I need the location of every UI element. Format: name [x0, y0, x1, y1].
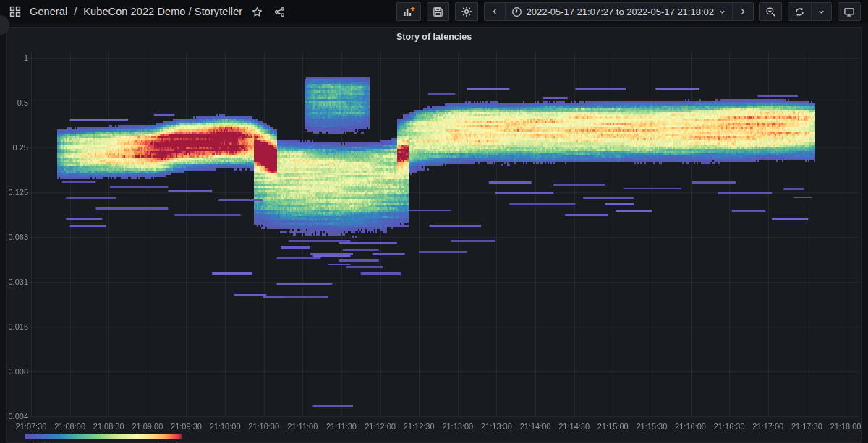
x-tick-label: 21:14:00	[520, 422, 551, 431]
y-tick-label: 0.25	[8, 143, 28, 152]
y-tick-label: 0.031	[8, 278, 28, 286]
x-tick-label: 21:14:30	[558, 422, 590, 431]
x-tick-label: 21:08:00	[54, 422, 85, 431]
y-tick-label: 0.008	[8, 367, 28, 376]
share-icon[interactable]	[271, 4, 287, 20]
x-tick-label: 21:15:00	[597, 422, 629, 431]
y-tick-label: 0.004	[8, 412, 28, 421]
y-tick-label: 0.063	[8, 233, 28, 241]
x-tick-label: 21:13:30	[481, 422, 512, 431]
y-tick-label: 0.016	[8, 322, 28, 331]
legend-min-value: 0.0342	[25, 440, 49, 443]
y-tick-label: 1	[8, 53, 28, 62]
x-tick-label: 21:17:30	[791, 422, 822, 431]
x-tick-label: 21:10:00	[210, 422, 241, 431]
breadcrumb-separator: /	[74, 6, 77, 17]
time-range-forward-button[interactable]	[732, 3, 753, 20]
breadcrumb-folder[interactable]: General	[30, 6, 67, 17]
x-tick-label: 21:07:30	[16, 422, 47, 431]
x-tick-label: 21:13:00	[442, 422, 473, 431]
star-icon[interactable]	[249, 4, 265, 20]
x-tick-label: 21:16:30	[714, 422, 745, 431]
refresh-button[interactable]	[788, 3, 811, 20]
time-range-label: 2022-05-17 21:07:27 to 2022-05-17 21:18:…	[527, 7, 715, 17]
latency-heatmap-canvas[interactable]	[7, 28, 862, 443]
x-tick-label: 21:09:00	[132, 422, 163, 431]
color-scale-legend	[25, 434, 182, 439]
y-tick-label: 0.125	[8, 188, 28, 197]
x-tick-label: 21:18:00	[830, 422, 861, 431]
legend-max-value: 8.62	[160, 440, 175, 443]
x-tick-label: 21:11:00	[287, 422, 318, 431]
x-tick-label: 21:11:30	[326, 422, 357, 431]
dashboard-grid-icon[interactable]	[7, 4, 23, 20]
x-tick-label: 21:09:30	[171, 422, 202, 431]
panel-title[interactable]: Story of latencies	[7, 32, 861, 42]
x-tick-label: 21:15:30	[636, 422, 667, 431]
zoom-out-button[interactable]	[760, 2, 782, 21]
top-nav-bar: General / KubeCon 2022 Demo / Storytelle…	[0, 0, 868, 23]
x-tick-label: 21:10:30	[248, 422, 279, 431]
chevron-down-icon	[718, 8, 726, 16]
add-panel-button[interactable]	[396, 2, 421, 21]
x-tick-label: 21:12:30	[404, 422, 435, 431]
refresh-group	[788, 2, 832, 21]
dashboard-settings-button[interactable]	[455, 2, 478, 21]
time-range-back-button[interactable]	[485, 3, 505, 20]
breadcrumb: General / KubeCon 2022 Demo / Storytelle…	[7, 4, 287, 20]
x-tick-label: 21:12:00	[365, 422, 396, 431]
toolbar: 2022-05-17 21:07:27 to 2022-05-17 21:18:…	[396, 2, 861, 21]
heatmap-panel: Story of latencies 10.50.250.1250.0630.0…	[6, 27, 862, 443]
x-tick-label: 21:17:00	[752, 422, 783, 431]
time-range-group: 2022-05-17 21:07:27 to 2022-05-17 21:18:…	[484, 2, 754, 21]
cycle-view-mode-button[interactable]	[838, 2, 861, 21]
x-tick-label: 21:08:30	[93, 422, 124, 431]
breadcrumb-dashboard[interactable]: KubeCon 2022 Demo / Storyteller	[83, 6, 242, 17]
x-tick-label: 21:16:00	[675, 422, 706, 431]
save-dashboard-button[interactable]	[427, 2, 449, 21]
time-range-picker-button[interactable]: 2022-05-17 21:07:27 to 2022-05-17 21:18:…	[505, 3, 733, 20]
y-tick-label: 0.5	[8, 98, 28, 107]
clock-icon	[511, 7, 522, 17]
refresh-interval-button[interactable]	[811, 3, 831, 20]
